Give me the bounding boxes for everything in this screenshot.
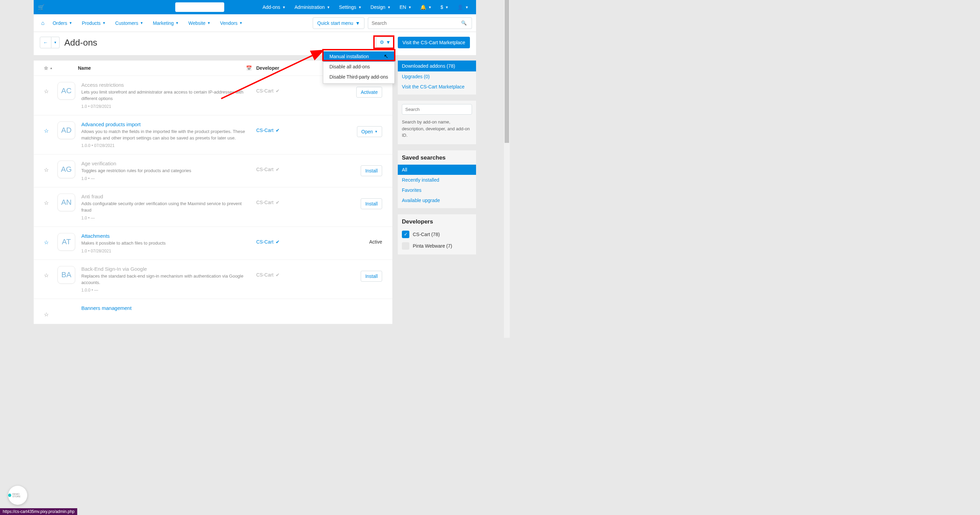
store-setup-wizard-button[interactable]: Store setup wizard [175,2,224,12]
user-icon[interactable]: 👤 ▼ [454,0,472,14]
addon-name[interactable]: Attachments [81,233,250,239]
favorite-star[interactable]: ☆ [44,266,57,278]
menu-manual-installation[interactable]: Manual installation [323,51,395,62]
addon-developer: CS-Cart✔ [256,194,338,205]
developer-filter-row[interactable]: ✓CS-Cart (78) [398,229,476,240]
nav-customers[interactable]: Customers▼ [111,21,148,26]
addon-name: Age verification [81,161,250,166]
verified-icon: ✔ [275,127,280,133]
addon-developer: CS-Cart✔ [256,266,338,278]
page-header: ← ▼ Add-ons ⚙▼ Manual installation Disab… [34,32,476,55]
addon-name: Anti fraud [81,194,250,199]
favorite-star[interactable]: ☆ [44,194,57,206]
favorite-star[interactable]: ☆ [44,233,57,246]
favorite-star[interactable]: ☆ [44,161,57,173]
scrollbar-thumb[interactable] [504,0,509,143]
global-search-button[interactable]: 🔍 [456,17,472,29]
top-design[interactable]: Design▼ [367,0,395,14]
developer-link[interactable]: CS-Cart [256,167,274,172]
addon-badge: AN [57,194,75,211]
gear-button[interactable]: ⚙▼ [376,37,395,48]
home-icon[interactable]: ⌂ [38,20,48,26]
addon-action-button[interactable]: Install [361,198,382,209]
sidebar-search-input[interactable] [402,104,472,114]
addon-name[interactable]: Banners management [81,305,250,311]
addon-badge: AG [57,161,75,178]
favorite-star[interactable]: ☆ [44,82,57,95]
calendar-icon[interactable]: 📅 [246,65,256,71]
addon-row: ☆ AD Advanced products import Allows you… [34,115,392,155]
developer-filter-label: CS-Cart (78) [413,232,440,237]
addon-action-button[interactable]: Install [361,271,382,281]
addon-name: Access restrictions [81,82,250,88]
main-nav: ⌂ Orders▼ Products▼ Customers▼ Marketing… [34,14,476,32]
notifications-icon[interactable]: 🔔 ▼ [417,0,435,14]
addon-badge: AT [57,233,75,251]
addon-developer: CS-Cart✔ [256,121,338,133]
checkbox-icon[interactable] [402,242,409,250]
addon-developer [256,305,338,311]
developer-link[interactable]: CS-Cart [256,272,274,278]
addon-description: Lets you limit storefront and administra… [81,89,250,102]
currency-icon[interactable]: $ ▼ [437,0,452,14]
addon-action-button[interactable]: Install [361,165,382,176]
top-addons[interactable]: Add-ons▼ [259,0,289,14]
saved-all-tab[interactable]: All [398,165,476,175]
menu-disable-third-party[interactable]: Disable Third-party add-ons [323,72,395,82]
global-search-input[interactable] [368,17,456,29]
developer-link[interactable]: CS-Cart [256,200,274,205]
saved-favorites[interactable]: Favorites [398,185,476,195]
saved-recently-installed[interactable]: Recently installed [398,175,476,185]
nav-products[interactable]: Products▼ [77,21,110,26]
nav-marketing[interactable]: Marketing▼ [148,21,183,26]
back-button[interactable]: ← [40,37,51,48]
addon-action-button[interactable]: Open ▼ [357,126,382,137]
nav-vendors[interactable]: Vendors▼ [215,21,247,26]
favorite-star[interactable]: ☆ [44,305,57,318]
saved-available-upgrade[interactable]: Available upgrade [398,195,476,205]
sidebar-developers: Developers ✓CS-Cart (78)Pinta Webware (7… [398,214,476,254]
top-language[interactable]: EN▼ [396,0,415,14]
addon-meta: 1.0 • 07/28/2021 [81,104,250,109]
col-name[interactable]: Name [57,65,246,71]
checkbox-icon[interactable]: ✓ [402,230,409,238]
addon-status: Active [369,238,382,245]
favorite-star[interactable]: ☆ [44,121,57,134]
saved-searches-title: Saved searches [398,150,476,165]
sidebar-downloaded-addons[interactable]: Downloaded addons (78) [398,60,476,72]
verified-icon: ✔ [275,200,280,205]
addon-meta: 1.0 • — [81,216,250,221]
gear-icon: ⚙ [380,40,384,45]
developer-link[interactable]: CS-Cart [256,239,274,245]
addon-developer: CS-Cart✔ [256,161,338,172]
page-title: Add-ons [64,37,97,48]
quick-start-menu-button[interactable]: Quick start menu▼ [313,17,364,29]
verified-icon: ✔ [275,88,280,94]
developer-link[interactable]: CS-Cart [256,88,274,94]
addon-action-button[interactable]: Activate [356,87,382,98]
visit-marketplace-button[interactable]: Visit the CS-Cart Marketplace [398,37,470,48]
addon-name: Back-End Sign-In via Google [81,266,250,272]
back-dropdown[interactable]: ▼ [51,37,60,48]
sidebar: Downloaded addons (78) Upgrades (0) Visi… [398,60,476,324]
sidebar-upgrades[interactable]: Upgrades (0) [398,72,476,82]
cart-icon[interactable]: 🛒 [38,4,45,11]
sidebar-downloads: Downloaded addons (78) Upgrades (0) Visi… [398,60,476,95]
sidebar-search-help: Search by add-on name, description, deve… [398,116,476,141]
sidebar-visit-marketplace[interactable]: Visit the CS-Cart Marketplace [398,82,476,92]
nav-website[interactable]: Website▼ [184,21,215,26]
nav-orders[interactable]: Orders▼ [48,21,77,26]
addon-badge: AC [57,82,75,100]
top-administration[interactable]: Administration▼ [291,0,334,14]
top-settings[interactable]: Settings▼ [336,0,365,14]
developer-filter-row[interactable]: Pinta Webware (7) [398,240,476,252]
developer-filter-label: Pinta Webware (7) [413,243,452,249]
star-icon[interactable]: ☆ [44,65,48,71]
developer-link[interactable]: CS-Cart [256,127,274,133]
addon-meta: 1.0.0 • — [81,288,250,292]
scrollbar[interactable] [504,0,510,338]
addon-developer: CS-Cart✔ [256,233,338,245]
addon-name[interactable]: Advanced products import [81,121,250,127]
menu-disable-all-addons[interactable]: Disable all add-ons [323,62,395,72]
addon-description: Adds configurable security order verific… [81,201,250,214]
